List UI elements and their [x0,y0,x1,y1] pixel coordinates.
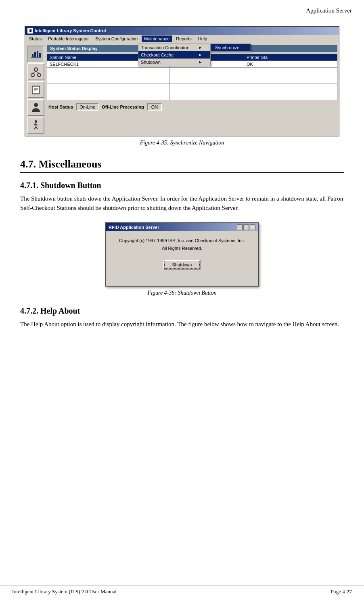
icon-btn-chart[interactable] [27,46,44,63]
ils-icon: 🖥 [27,28,33,34]
section-472-heading: 4.7.2. Help About [20,306,344,316]
section-47-heading: 4.7. Miscellaneous [20,158,344,173]
empty-row-2 [47,84,337,100]
menu-maintenance[interactable]: Maintenance [142,36,172,42]
title-bar-35: 🖥 Intelligent Library System Control [25,27,339,35]
svg-line-19 [36,127,38,129]
arrow-icon: ► [199,60,202,64]
dialog-button-area: Shutdown [114,260,250,278]
offline-value[interactable]: ON [147,103,162,111]
checkout-submenu: Synchronize [211,44,251,52]
svg-rect-0 [32,54,33,57]
close-btn[interactable]: ✕ [250,224,255,230]
screenshot-box-35: 🖥 Intelligent Library System Control Sta… [25,26,339,136]
dialog-title-bar: RFID Application Server _ □ ✕ [106,223,258,231]
menu-bar: Status Portable Interrogator System Conf… [25,35,339,43]
figure-36-container: RFID Application Server _ □ ✕ Copyright … [20,222,344,296]
svg-rect-1 [34,52,36,57]
dialog-body: Copyright (c) 1997-1999 ISS, Inc. and Ch… [106,231,258,286]
svg-line-8 [33,71,36,73]
menu-help[interactable]: Help [196,36,210,42]
cell-printer-status: OK [244,61,337,68]
svg-point-16 [35,120,37,123]
svg-line-9 [36,71,39,73]
arrow-icon: ► [199,46,202,50]
copyright-line2: All Rights Reserved. [114,245,250,251]
section-471-body: The Shutdown button shuts down the Appli… [20,194,344,212]
status-bar: Host Status On-Line Off-Line Processing … [47,102,337,112]
header-title: Application Server [306,7,352,14]
svg-point-6 [31,73,34,77]
menu-sysconfig[interactable]: System Configuration [93,36,140,42]
submenu-synchronize[interactable]: Synchronize [211,44,251,51]
dropdown-shutdown[interactable]: Shutdown ► [138,59,210,66]
host-status-value[interactable]: On-Line [76,103,98,111]
dropdown-transaction[interactable]: Transaction Coordinator ► [138,44,210,51]
empty-row-1 [47,68,337,84]
section-471-heading: 4.7.1. Shutdown Button [20,181,344,190]
minimize-btn[interactable]: _ [237,224,243,230]
section-47: 4.7. Miscellaneous [20,158,344,173]
section-472-body: The Help About option is used to display… [20,320,344,329]
svg-line-20 [34,124,38,125]
col-printer: Printer Sta [244,54,337,61]
host-status-label: Host Status [48,105,73,109]
menu-status[interactable]: Status [27,36,44,42]
page-header: Application Server [0,0,364,18]
figure-35-container: 🖥 Intelligent Library System Control Sta… [20,26,344,146]
offline-label: Off-Line Processing [102,105,144,109]
dialog-title: RFID Application Server [109,225,159,230]
svg-rect-11 [33,87,39,93]
dialog-controls: _ □ ✕ [237,224,255,230]
icon-btn-walk[interactable] [27,117,44,134]
shutdown-dialog: RFID Application Server _ □ ✕ Copyright … [105,222,259,287]
svg-rect-2 [37,51,38,57]
menu-reports[interactable]: Reports [174,36,194,42]
dropdown-checkout[interactable]: Checkout Cache ► [138,51,210,59]
footer-right: Page 4-27 [331,588,352,595]
section-471: 4.7.1. Shutdown Button The Shutdown butt… [20,181,344,212]
page-footer: Intelligent Library System (ILS) 2.0 Use… [0,586,364,595]
figure-35-caption: Figure 4-35: Synchronize Navigation [20,140,344,146]
arrow-icon: ► [199,53,202,57]
shutdown-button[interactable]: Shutdown [163,260,201,270]
icon-btn-person[interactable] [27,99,44,116]
title-bar-label: Intelligent Library System Control [35,28,106,33]
section-472: 4.7.2. Help About The Help About option … [20,306,344,329]
svg-point-7 [38,73,41,77]
icon-btn-network[interactable] [27,63,44,80]
copyright-line1: Copyright (c) 1997-1999 ISS, Inc. and Ch… [114,238,250,244]
maintenance-dropdown: Transaction Coordinator ► Checkout Cache… [138,44,211,66]
maximize-btn[interactable]: □ [243,224,249,230]
footer-left: Intelligent Library System (ILS) 2.0 Use… [12,588,117,595]
svg-point-5 [34,68,38,71]
icon-panel [27,45,45,134]
menu-portable[interactable]: Portable Interrogator [46,36,91,42]
icon-btn-book[interactable] [27,81,44,98]
svg-rect-3 [39,53,41,57]
figure-36-caption: Figure 4-36: Shutdown Button [20,290,344,296]
svg-point-15 [34,103,38,107]
